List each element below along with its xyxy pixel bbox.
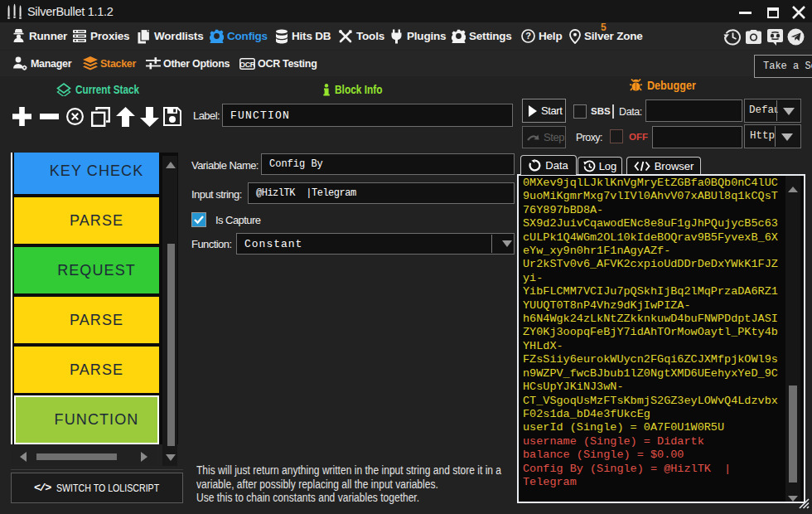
svg-text:?: ? [525, 31, 531, 41]
svg-text:OCR: OCR [239, 60, 255, 68]
